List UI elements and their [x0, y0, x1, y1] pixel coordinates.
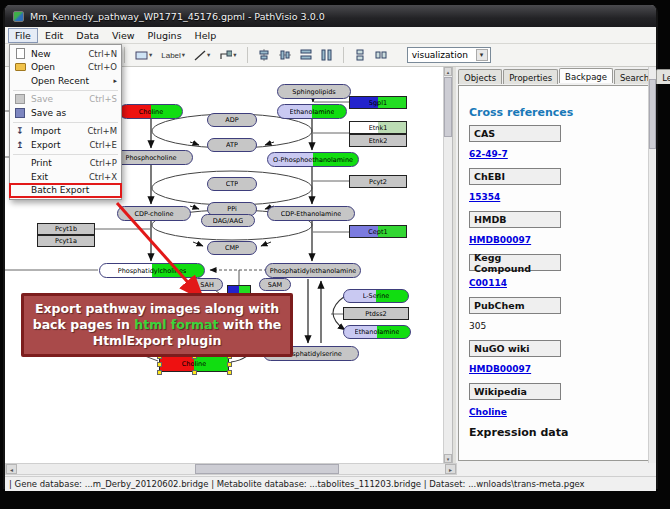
- xref-link[interactable]: 15354: [469, 192, 500, 202]
- node-cdp-choline[interactable]: CDP-choline: [117, 206, 191, 221]
- scroll-left-icon[interactable]: ◂: [6, 464, 17, 474]
- node-cmp[interactable]: CMP: [207, 241, 257, 255]
- xref-title: Kegg Compound: [469, 254, 561, 271]
- scrollbar-thumb[interactable]: [195, 464, 339, 474]
- canvas-vertical-scrollbar[interactable]: ▴ ▾: [443, 67, 452, 463]
- panel-vertical-scrollbar[interactable]: [648, 67, 656, 463]
- tab-objects[interactable]: Objects: [458, 69, 502, 84]
- node-label: Sphingolipids: [292, 88, 335, 96]
- gene-etnk2[interactable]: Etnk2: [349, 134, 407, 147]
- connector-tool-button[interactable]: ▾: [216, 46, 239, 64]
- scroll-up-icon[interactable]: ▴: [444, 67, 452, 76]
- node-sah[interactable]: SAH: [191, 278, 223, 291]
- chevron-down-icon[interactable]: ▾: [476, 49, 488, 61]
- node-sam[interactable]: SAM: [259, 278, 291, 291]
- file-menu-item-new[interactable]: NewCtrl+N: [10, 47, 121, 61]
- label-tool-button[interactable]: Label ▾: [158, 46, 188, 64]
- node-dag-aag[interactable]: DAG/AAG: [201, 214, 255, 227]
- node-choline-top[interactable]: Choline: [119, 104, 183, 119]
- node-l-serine[interactable]: L-Serine: [343, 289, 409, 303]
- file-menu-item-open[interactable]: OpenCtrl+O: [10, 61, 121, 75]
- menu-edit[interactable]: Edit: [39, 29, 69, 42]
- save-icon: [13, 94, 27, 105]
- node-label: Phosphocholine: [125, 154, 176, 162]
- file-menu-item-export[interactable]: ↥ExportCtrl+E: [10, 138, 121, 152]
- file-menu-item-save-as[interactable]: Save as: [10, 106, 121, 120]
- canvas-horizontal-scrollbar[interactable]: ◂ ▸: [5, 463, 457, 475]
- callout-highlight: html format: [134, 317, 218, 332]
- export-icon: ↥: [13, 139, 27, 150]
- node-phosphatidylethanolamine[interactable]: Phosphatidylethanolamine: [265, 263, 361, 278]
- menu-file[interactable]: File: [8, 28, 38, 43]
- gene-pcyt2[interactable]: Pcyt2: [349, 175, 407, 188]
- common-width-button[interactable]: [297, 46, 315, 64]
- menu-view[interactable]: View: [106, 29, 141, 42]
- file-menu-item-import[interactable]: ↧ImportCtrl+M: [10, 125, 121, 139]
- stack-horizontal-button[interactable]: [372, 46, 390, 64]
- file-menu-item-exit[interactable]: ExitCtrl+X: [10, 170, 121, 184]
- app-icon: [13, 11, 24, 22]
- node-o-phosphoethanolamine[interactable]: O-Phosphoethanolamine: [267, 152, 359, 167]
- selection-handle[interactable]: [157, 362, 162, 367]
- stack-vertical-button[interactable]: [351, 46, 369, 64]
- node-adp[interactable]: ADP: [207, 113, 257, 127]
- xref-link[interactable]: HMDB00097: [469, 235, 531, 245]
- xref-link[interactable]: 62-49-7: [469, 149, 508, 159]
- file-menu: NewCtrl+NOpenCtrl+OOpen Recent▸SaveCtrl+…: [9, 44, 122, 200]
- desktop-background: Mm_Kennedy_pathway_WP1771_45176.gpml - P…: [0, 0, 670, 509]
- chevron-down-icon: ▾: [207, 51, 210, 59]
- align-center-x-button[interactable]: [255, 46, 273, 64]
- selection-handle[interactable]: [192, 370, 197, 375]
- menu-data[interactable]: Data: [70, 29, 105, 42]
- selection-handle[interactable]: [157, 370, 162, 375]
- node-cdp-ethanolamine[interactable]: CDP-Ethanolamine: [267, 206, 355, 221]
- xref-link[interactable]: Choline: [469, 407, 507, 417]
- line-tool-button[interactable]: ▾: [191, 46, 213, 64]
- xref-title: CAS: [469, 125, 561, 142]
- xref-section-cas: CAS62-49-7: [469, 125, 653, 159]
- file-menu-item-batch-export[interactable]: Batch Export: [10, 184, 121, 198]
- node-phosphatidylcholines[interactable]: Phosphatidylcholines: [99, 263, 205, 278]
- file-menu-item-open-recent[interactable]: Open Recent▸: [10, 74, 121, 88]
- visualization-combobox[interactable]: visualization ▾: [407, 47, 491, 63]
- node-label: Ethanolamine: [290, 108, 335, 116]
- node-ctp[interactable]: CTP: [207, 177, 257, 191]
- scroll-down-icon[interactable]: ▾: [444, 454, 452, 463]
- xref-link[interactable]: HMDB00097: [469, 364, 531, 374]
- selection-handle[interactable]: [227, 362, 232, 367]
- menu-item-label: Save as: [31, 108, 117, 118]
- menu-separator: [13, 90, 118, 91]
- gene-pcyt1a[interactable]: Pcyt1a: [37, 235, 95, 247]
- scrollbar-thumb[interactable]: [649, 79, 656, 149]
- expression-data-heading: Expression data: [469, 426, 653, 439]
- file-menu-item-save[interactable]: SaveCtrl+S: [10, 93, 121, 107]
- gene-sgpl1[interactable]: Sgpl1: [349, 96, 407, 109]
- node-ethanolamine-top[interactable]: Ethanolamine: [277, 104, 347, 119]
- label-tool-text: Label: [161, 51, 181, 60]
- node-choline-selected[interactable]: Choline: [159, 356, 229, 372]
- xref-link[interactable]: C00114: [469, 278, 507, 288]
- node-label: Choline: [182, 360, 206, 368]
- datanode-tool-button[interactable]: ▾: [132, 46, 155, 64]
- tab-properties[interactable]: Properties: [503, 69, 558, 84]
- tab-backpage[interactable]: Backpage: [559, 68, 613, 83]
- scroll-right-icon[interactable]: ▸: [445, 464, 456, 474]
- gene-etnk1[interactable]: Etnk1: [349, 121, 407, 134]
- menu-plugins[interactable]: Plugins: [142, 29, 188, 42]
- scrollbar-thumb[interactable]: [444, 77, 452, 137]
- menu-item-label: Save: [31, 94, 89, 104]
- gene-pcyt1b[interactable]: Pcyt1b: [37, 223, 95, 235]
- tab-legend[interactable]: Legend: [656, 69, 670, 84]
- file-menu-item-print[interactable]: PrintCtrl+P: [10, 157, 121, 171]
- node-atp[interactable]: ATP: [207, 138, 257, 152]
- title-bar[interactable]: Mm_Kennedy_pathway_WP1771_45176.gpml - P…: [5, 5, 656, 27]
- node-sphingolipids[interactable]: Sphingolipids: [277, 84, 351, 99]
- selection-handle[interactable]: [227, 370, 232, 375]
- common-height-button[interactable]: [318, 46, 336, 64]
- align-center-y-button[interactable]: [276, 46, 294, 64]
- xref-value: 305: [469, 321, 486, 331]
- gene-cept1[interactable]: Cept1: [349, 225, 407, 238]
- gene-ptdss2[interactable]: Ptdss2: [343, 307, 409, 320]
- menu-help[interactable]: Help: [189, 29, 223, 42]
- node-ethanolamine-bottom[interactable]: Ethanolamine: [343, 325, 411, 339]
